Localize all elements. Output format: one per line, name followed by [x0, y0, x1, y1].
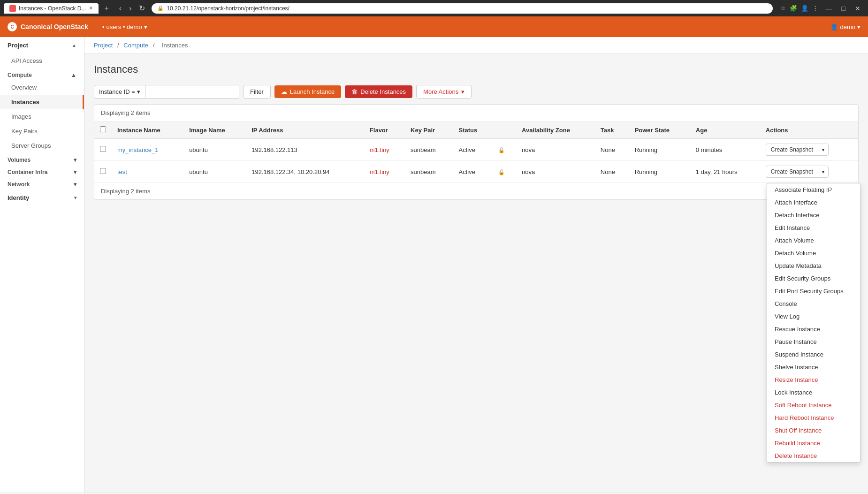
- dropdown-item-detach-interface[interactable]: Detach Interface: [767, 209, 860, 221]
- filter-chevron: ▾: [137, 88, 140, 95]
- container-chevron: ▾: [74, 169, 76, 175]
- breadcrumb-project[interactable]: Project: [94, 42, 113, 49]
- dropdown-item-rebuild-instance[interactable]: Rebuild Instance: [767, 437, 860, 449]
- reload-btn[interactable]: ↻: [136, 3, 148, 14]
- dropdown-item-shelve-instance[interactable]: Shelve Instance: [767, 361, 860, 373]
- dropdown-item-edit-port-security-groups[interactable]: Edit Port Security Groups: [767, 285, 860, 297]
- identity-section-header[interactable]: Identity ▾: [0, 190, 84, 206]
- ssl-icon: 🔒: [157, 5, 164, 11]
- dropdown-item-update-metadata[interactable]: Update Metadata: [767, 259, 860, 272]
- row1-action-caret-btn[interactable]: ▾: [818, 144, 829, 156]
- main-layout: Project ▲ API Access Compute ▲ Overview …: [0, 37, 868, 493]
- flavor-link-1[interactable]: m1.tiny: [370, 146, 389, 153]
- row1-keypair: sunbeam: [405, 139, 453, 161]
- col-task: Task: [595, 122, 629, 139]
- sidebar-item-overview[interactable]: Overview: [0, 80, 84, 95]
- launch-instance-button[interactable]: ☁ Launch Instance: [274, 85, 341, 98]
- sidebar-item-instances[interactable]: Instances: [0, 95, 84, 109]
- row1-checkbox: [94, 139, 112, 161]
- dropdown-item-detach-volume[interactable]: Detach Volume: [767, 247, 860, 259]
- col-flavor: Flavor: [364, 122, 405, 139]
- dropdown-item-attach-interface[interactable]: Attach Interface: [767, 196, 860, 209]
- dropdown-item-rescue-instance[interactable]: Rescue Instance: [767, 323, 860, 335]
- filter-select[interactable]: Instance ID = ▾: [94, 85, 145, 99]
- dropdown-item-suspend-instance[interactable]: Suspend Instance: [767, 348, 860, 361]
- network-section-header[interactable]: Network ▾: [0, 177, 84, 190]
- dropdown-item-console[interactable]: Console: [767, 297, 860, 310]
- dropdown-item-soft-reboot-instance[interactable]: Soft Reboot Instance: [767, 399, 860, 411]
- project-selector-chevron: ▾: [144, 23, 147, 30]
- user-chevron: ▾: [857, 23, 860, 30]
- content-area: Project / Compute / Instances Instances …: [84, 37, 868, 493]
- lock-icon-2: 🔓: [498, 169, 505, 175]
- sidebar-item-server-groups[interactable]: Server Groups: [0, 138, 84, 153]
- row1-flavor: m1.tiny: [364, 139, 405, 161]
- filter-label: Instance ID =: [99, 88, 135, 95]
- col-age: Age: [690, 122, 760, 139]
- filter-group: Instance ID = ▾: [94, 85, 239, 99]
- dropdown-item-attach-volume[interactable]: Attach Volume: [767, 234, 860, 247]
- row2-action-caret-btn[interactable]: ▾: [818, 166, 829, 178]
- instance-link-my-instance-1[interactable]: my_instance_1: [117, 146, 158, 153]
- compute-section-header[interactable]: Compute ▲: [0, 68, 84, 80]
- maximize-btn[interactable]: □: [838, 4, 849, 13]
- delete-instances-button[interactable]: 🗑 Delete Instances: [345, 85, 412, 98]
- browser-controls: ‹ › ↻: [116, 3, 148, 14]
- dropdown-item-edit-instance[interactable]: Edit Instance: [767, 221, 860, 234]
- dropdown-item-shut-off-instance[interactable]: Shut Off Instance: [767, 424, 860, 437]
- dropdown-item-delete-instance[interactable]: Delete Instance: [767, 449, 860, 462]
- table-display-count-top: Displaying 2 items: [94, 105, 858, 122]
- row1-status: Active: [453, 139, 493, 161]
- row1-age: 0 minutes: [690, 139, 760, 161]
- breadcrumb-instances: Instances: [162, 42, 188, 49]
- browser-tab[interactable]: Instances - OpenStack D... ✕: [4, 3, 99, 14]
- dropdown-item-hard-reboot-instance[interactable]: Hard Reboot Instance: [767, 411, 860, 424]
- dropdown-item-associate-floating-ip[interactable]: Associate Floating IP: [767, 183, 860, 196]
- forward-btn[interactable]: ›: [126, 3, 134, 14]
- instance-link-test[interactable]: test: [117, 168, 127, 175]
- volumes-section-header[interactable]: Volumes ▾: [0, 153, 84, 165]
- user-label: demo: [840, 23, 855, 30]
- select-all-checkbox[interactable]: [100, 126, 106, 132]
- row2-lock-icon: 🔓: [493, 161, 516, 183]
- dropdown-item-edit-security-groups[interactable]: Edit Security Groups: [767, 272, 860, 285]
- dropdown-item-lock-instance[interactable]: Lock Instance: [767, 386, 860, 399]
- dropdown-item-pause-instance[interactable]: Pause Instance: [767, 335, 860, 348]
- row1-name: my_instance_1: [112, 139, 183, 161]
- dropdown-item-resize-instance[interactable]: Resize Instance: [767, 373, 860, 386]
- dropdown-item-view-log[interactable]: View Log: [767, 310, 860, 323]
- actions-dropdown-menu: Associate Floating IPAttach InterfaceDet…: [767, 183, 860, 463]
- sidebar-item-key-pairs[interactable]: Key Pairs: [0, 124, 84, 138]
- breadcrumb-compute[interactable]: Compute: [123, 42, 148, 49]
- minimize-btn[interactable]: —: [822, 4, 836, 13]
- tab-close-btn[interactable]: ✕: [89, 5, 93, 11]
- instances-table: Instance Name Image Name IP Address Flav…: [94, 122, 858, 182]
- close-btn[interactable]: ✕: [851, 4, 864, 13]
- address-bar[interactable]: 🔒 10.20.21.12/openstack-horizon/project/…: [152, 3, 772, 14]
- back-btn[interactable]: ‹: [116, 3, 124, 14]
- filter-button[interactable]: Filter: [243, 85, 271, 99]
- sidebar-item-api-access[interactable]: API Access: [0, 53, 84, 68]
- table-header-row: Instance Name Image Name IP Address Flav…: [94, 122, 858, 139]
- filter-input[interactable]: [145, 85, 239, 99]
- row1-create-snapshot-btn[interactable]: Create Snapshot: [766, 144, 818, 156]
- row2-create-snapshot-btn[interactable]: Create Snapshot: [766, 166, 818, 178]
- user-menu[interactable]: 👤 demo ▾: [830, 23, 860, 30]
- launch-icon: ☁: [281, 88, 287, 95]
- more-actions-button[interactable]: More Actions ▾: [416, 85, 472, 99]
- browser-chrome: Instances - OpenStack D... ✕ + ‹ › ↻ 🔒 1…: [0, 0, 868, 16]
- project-section-header[interactable]: Project ▲: [0, 37, 84, 53]
- container-infra-header[interactable]: Container Infra ▾: [0, 165, 84, 177]
- extensions-icon[interactable]: 🧩: [790, 5, 797, 12]
- new-tab-btn[interactable]: +: [104, 4, 108, 13]
- row2-select-checkbox[interactable]: [100, 168, 106, 174]
- flavor-link-2[interactable]: m1.tiny: [370, 168, 389, 175]
- project-selector[interactable]: ▪ users • demo ▾: [102, 23, 147, 30]
- breadcrumb: Project / Compute / Instances: [84, 37, 868, 54]
- profile-icon[interactable]: 👤: [801, 5, 808, 12]
- more-actions-chevron: ▾: [461, 88, 464, 95]
- menu-icon[interactable]: ⋮: [812, 5, 818, 12]
- row1-select-checkbox[interactable]: [100, 146, 106, 152]
- sidebar-item-images[interactable]: Images: [0, 109, 84, 124]
- bookmark-icon[interactable]: ☆: [780, 5, 786, 12]
